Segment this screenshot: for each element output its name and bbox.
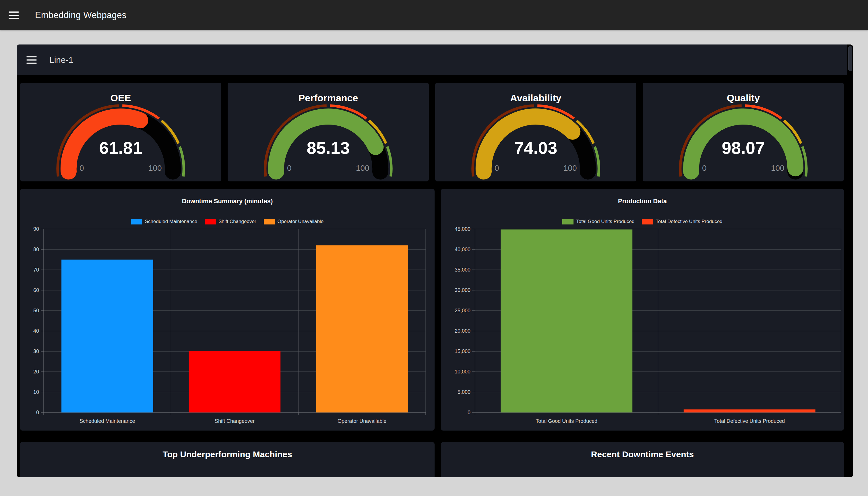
y-tick-label: 70	[33, 267, 39, 273]
gauge-max-label: 100	[149, 164, 162, 172]
y-tick-label: 35,000	[455, 267, 470, 273]
gauge-value: 98.07	[722, 138, 765, 158]
panel-title: Recent Downtime Events	[441, 450, 844, 459]
gauge-card: Performance010085.13	[228, 83, 429, 182]
gauge-min-label: 0	[495, 164, 499, 172]
app-bar: Embedding Webpages	[0, 0, 868, 30]
x-category-label: Total Good Units Produced	[536, 418, 597, 424]
y-tick-label: 5,000	[458, 389, 470, 395]
y-tick-label: 30,000	[455, 287, 470, 293]
gauge-min-label: 0	[79, 164, 84, 172]
y-tick-label: 45,000	[455, 226, 470, 232]
y-tick-label: 90	[33, 226, 39, 232]
embedded-dashboard: Line-1 OEE010061.81Performance010085.13A…	[17, 45, 853, 477]
scrollbar-thumb[interactable]	[848, 46, 852, 71]
hamburger-bar	[27, 63, 37, 64]
gauge-max-label: 100	[563, 164, 577, 172]
x-category-label: Scheduled Maintenance	[79, 418, 135, 424]
y-tick-label: 40	[33, 328, 39, 334]
hamburger-bar	[9, 18, 19, 19]
bar-chart: 0102030405060708090Scheduled Maintenance…	[20, 189, 435, 431]
gauge-card: Availability010074.03	[435, 83, 636, 182]
bottom-panel-row: Top Underperforming MachinesRecent Downt…	[20, 442, 844, 477]
hamburger-bar	[9, 12, 19, 13]
dashboard-title: Line-1	[49, 55, 73, 65]
hamburger-bar	[9, 15, 19, 16]
hamburger-bar	[27, 59, 37, 61]
gauge-card: Quality010098.07	[643, 83, 844, 182]
y-tick-label: 0	[36, 409, 39, 415]
chart-row: Downtime Summary (minutes)Scheduled Main…	[20, 189, 844, 431]
dashboard-hamburger-icon[interactable]	[27, 56, 37, 64]
y-tick-label: 0	[468, 409, 470, 415]
bar-chart: 05,00010,00015,00020,00025,00030,00035,0…	[441, 189, 844, 431]
y-tick-label: 20	[33, 369, 39, 375]
y-tick-label: 40,000	[455, 247, 470, 252]
gauge-min-label: 0	[702, 164, 707, 172]
y-tick-label: 60	[33, 287, 39, 293]
gauge-chart: 010085.13	[228, 83, 429, 182]
bar	[61, 260, 153, 413]
panel-title: Top Underperforming Machines	[20, 450, 435, 459]
y-tick-label: 10	[33, 389, 39, 395]
hamburger-icon[interactable]	[9, 12, 19, 19]
app-title: Embedding Webpages	[35, 10, 127, 20]
y-tick-label: 20,000	[455, 328, 470, 334]
bottom-panel-card: Recent Downtime Events	[441, 442, 844, 477]
bar	[189, 351, 280, 413]
bar	[316, 245, 407, 413]
gauge-value: 61.81	[99, 138, 142, 158]
x-category-label: Operator Unavailable	[338, 418, 386, 424]
y-tick-label: 80	[33, 247, 39, 252]
dashboard-header: Line-1	[17, 45, 847, 75]
gauge-chart: 010098.07	[643, 83, 844, 182]
gauge-max-label: 100	[356, 164, 369, 172]
gauge-value: 85.13	[307, 138, 350, 158]
y-tick-label: 10,000	[455, 369, 470, 375]
bar	[684, 409, 816, 413]
x-category-label: Total Defective Units Produced	[714, 418, 785, 424]
gauge-card: OEE010061.81	[20, 83, 221, 182]
y-tick-label: 50	[33, 308, 39, 313]
gauge-row: OEE010061.81Performance010085.13Availabi…	[20, 83, 844, 182]
y-tick-label: 30	[33, 348, 39, 354]
chart-card: Downtime Summary (minutes)Scheduled Main…	[20, 189, 435, 431]
gauge-value: 74.03	[514, 138, 557, 158]
y-tick-label: 25,000	[455, 308, 470, 313]
bar	[500, 229, 632, 413]
y-tick-label: 15,000	[455, 348, 470, 354]
gauge-chart: 010061.81	[20, 83, 221, 182]
x-category-label: Shift Changeover	[215, 418, 254, 424]
hamburger-bar	[27, 56, 37, 58]
bottom-panel-card: Top Underperforming Machines	[20, 442, 435, 477]
chart-card: Production DataTotal Good Units Produced…	[441, 189, 844, 431]
gauge-chart: 010074.03	[435, 83, 636, 182]
gauge-max-label: 100	[771, 164, 785, 172]
scrollbar-track[interactable]	[847, 45, 853, 477]
gauge-min-label: 0	[287, 164, 292, 172]
